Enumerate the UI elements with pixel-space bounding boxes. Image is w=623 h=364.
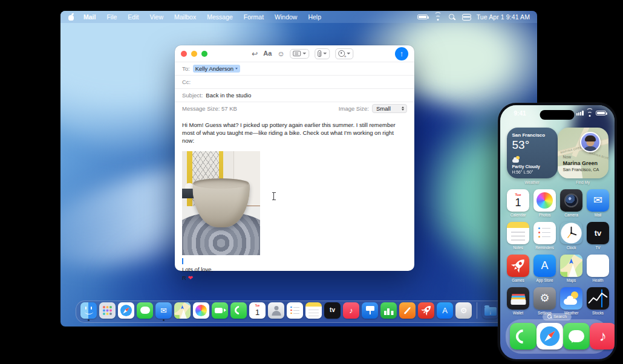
wifi-icon[interactable] [434, 15, 442, 20]
send-button[interactable]: ↑ [395, 47, 408, 60]
subject-field[interactable]: Subject: Back in the studio [175, 88, 414, 102]
app-games[interactable]: Games [505, 255, 532, 282]
menu-item-edit[interactable]: Edit [122, 13, 144, 21]
wifi-icon [585, 111, 593, 116]
dock-app-music[interactable]: ♪ [590, 323, 615, 349]
maps-icon [174, 302, 191, 319]
dock-item-reminders[interactable] [287, 302, 303, 322]
subject-label: Subject: [182, 92, 203, 99]
menu-item-window[interactable]: Window [269, 13, 302, 21]
dock-item-messages[interactable] [137, 302, 153, 322]
launchpad-icon [99, 302, 116, 319]
running-indicator-off [313, 319, 315, 321]
recipient-pill[interactable]: Kelly Anderson [193, 65, 240, 73]
dock-item-notes[interactable] [305, 302, 322, 322]
header-fields-button[interactable] [290, 49, 310, 59]
app-settings[interactable]: ⚙Settings [532, 287, 558, 315]
to-field[interactable]: To: Kelly Anderson [175, 62, 414, 75]
menu-item-mail[interactable]: Mail [78, 13, 101, 21]
subject-value: Back in the studio [206, 92, 251, 99]
mail-icon: ✉ [587, 189, 609, 212]
format-button[interactable]: Aa [263, 50, 272, 57]
undo-button[interactable]: ↩ [252, 50, 258, 57]
control-center-icon[interactable] [462, 14, 470, 21]
app-mail[interactable]: ✉Mail [585, 189, 612, 217]
app-stocks[interactable]: Stocks [585, 287, 612, 315]
app-clock[interactable]: Clock [558, 222, 585, 250]
dock-item-finder[interactable] [80, 302, 97, 322]
image-size-select[interactable]: Small [372, 104, 407, 113]
findmy-widget[interactable]: MARINA GREEN DR MARINA BLVD Now Marina G… [558, 128, 608, 178]
menu-item-view[interactable]: View [144, 13, 169, 21]
dock-app-safari[interactable] [537, 323, 563, 349]
running-indicator-off [125, 319, 127, 321]
dock-item-mail[interactable]: ✉ [155, 302, 172, 322]
dock-item-games[interactable] [418, 302, 434, 322]
dock-item-contacts[interactable] [268, 302, 284, 322]
dock-item-music[interactable]: ♪ [343, 302, 359, 322]
safari-icon [537, 323, 563, 349]
dock-item-appstore[interactable]: A [437, 302, 453, 322]
dock-app-phone[interactable] [510, 323, 537, 349]
dock-app-messages[interactable] [563, 323, 590, 349]
zoom-button[interactable] [201, 51, 207, 57]
menu-item-file[interactable]: File [101, 13, 122, 21]
app-notes[interactable]: Notes [505, 222, 532, 250]
iphone-status-bar: 9:41 [500, 105, 615, 123]
app-reminders[interactable]: Reminders [532, 222, 558, 250]
apple-menu-icon[interactable] [68, 13, 74, 21]
dock-item-pages[interactable] [399, 302, 416, 322]
app-photos[interactable]: Photos [532, 189, 558, 217]
menu-item-help[interactable]: Help [302, 13, 327, 21]
app-calendar[interactable]: Tue1Calendar [505, 189, 532, 217]
emoji-button[interactable]: ☺ [277, 50, 284, 57]
message-size-row: Message Size: 57 KB Image Size: Small [175, 102, 414, 115]
dock-item-settings[interactable]: ⚙ [455, 302, 472, 322]
app-wallet[interactable]: Wallet [505, 287, 532, 315]
app-maps[interactable]: Maps [558, 255, 585, 282]
menu-item-format[interactable]: Format [238, 13, 269, 21]
dock-item-photos[interactable] [193, 302, 209, 322]
running-indicator-off [219, 319, 221, 321]
menu-item-mailbox[interactable]: Mailbox [169, 13, 201, 21]
battery-icon[interactable] [417, 15, 428, 19]
app-appstore[interactable]: AApp Store [532, 255, 558, 282]
weather-widget[interactable]: San Francisco 53° Partly Cloudy H:56° L:… [507, 128, 558, 178]
app-weather[interactable]: Weather [558, 287, 585, 315]
app-camera[interactable]: Camera [558, 189, 585, 217]
dock-item-downloads[interactable]: ↓ [482, 302, 498, 322]
spotlight-search-icon[interactable] [449, 14, 455, 21]
settings-icon: ⚙ [533, 287, 556, 310]
dock-item-safari[interactable] [118, 302, 134, 322]
app-label: Notes [513, 245, 523, 250]
menu-bar: MailFileEditViewMailboxMessageFormatWind… [60, 11, 537, 23]
dock-item-numbers[interactable] [380, 302, 397, 322]
attach-file-button[interactable] [315, 48, 330, 59]
memoji-avatar [580, 132, 601, 152]
running-indicator-off [294, 319, 296, 321]
minimize-button[interactable] [191, 51, 197, 57]
reminders-icon [533, 222, 556, 244]
app-health[interactable]: ♥Health [585, 255, 612, 282]
app-tv[interactable]: tvTV [585, 222, 612, 250]
app-label: Stocks [592, 311, 604, 315]
dock-item-keynote[interactable] [362, 302, 378, 322]
dock-item-maps[interactable] [174, 302, 191, 322]
cc-field[interactable]: Cc: [175, 75, 414, 88]
insert-photo-button[interactable] [336, 48, 354, 59]
app-label: App Store [536, 278, 553, 282]
pottery-photo[interactable] [182, 151, 260, 255]
menu-item-message[interactable]: Message [201, 13, 238, 21]
close-button[interactable] [181, 51, 187, 57]
dock-item-launchpad[interactable] [99, 302, 116, 322]
app-label: Photos [539, 213, 551, 217]
phone-icon [510, 323, 537, 349]
dock-item-phone[interactable] [230, 302, 247, 322]
paperclip-icon [318, 50, 322, 57]
menu-bar-clock[interactable]: Tue Apr 1 9:41 AM [477, 13, 530, 21]
message-body[interactable]: Hi Mom! Guess what? I picked up pottery … [175, 115, 414, 282]
findmy-city: San Francisco, CA [563, 167, 599, 172]
dock-item-calendar[interactable]: Tue1 [249, 302, 266, 322]
dock-item-tv[interactable]: tv [324, 302, 341, 322]
dock-item-facetime[interactable] [212, 302, 228, 322]
